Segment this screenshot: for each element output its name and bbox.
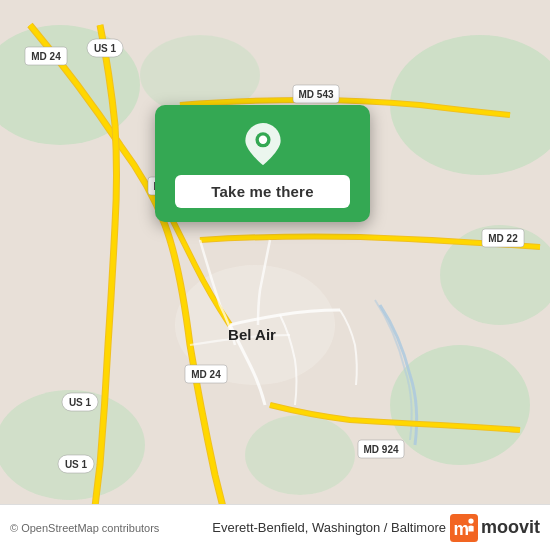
svg-point-32 bbox=[468, 518, 473, 523]
svg-text:MD 543: MD 543 bbox=[298, 89, 333, 100]
svg-text:Bel Air: Bel Air bbox=[228, 326, 276, 343]
bottom-right: Everett-Benfield, Washington / Baltimore… bbox=[212, 514, 540, 542]
moovit-text: moovit bbox=[481, 517, 540, 538]
svg-text:MD 924: MD 924 bbox=[363, 444, 398, 455]
svg-point-29 bbox=[258, 136, 266, 144]
moovit-icon: m bbox=[450, 514, 478, 542]
location-title: Everett-Benfield, Washington / Baltimore bbox=[212, 520, 446, 535]
bottom-bar: © OpenStreetMap contributors Everett-Ben… bbox=[0, 504, 550, 550]
svg-text:m: m bbox=[453, 519, 469, 539]
attribution: © OpenStreetMap contributors bbox=[10, 522, 159, 534]
svg-point-6 bbox=[245, 415, 355, 495]
map-container: MD 24 US 1 MD 543 MD 924 MD 22 MD 24 US … bbox=[0, 0, 550, 550]
svg-text:MD 24: MD 24 bbox=[191, 369, 221, 380]
svg-text:US 1: US 1 bbox=[69, 397, 92, 408]
map-svg: MD 24 US 1 MD 543 MD 924 MD 22 MD 24 US … bbox=[0, 0, 550, 550]
svg-text:US 1: US 1 bbox=[94, 43, 117, 54]
svg-text:US 1: US 1 bbox=[65, 459, 88, 470]
svg-text:MD 24: MD 24 bbox=[31, 51, 61, 62]
popup-card[interactable]: Take me there bbox=[155, 105, 370, 222]
region-name: Washington / Baltimore bbox=[312, 520, 446, 535]
city-name: Everett-Benfield bbox=[212, 520, 305, 535]
location-pin-icon bbox=[242, 123, 284, 165]
svg-text:MD 22: MD 22 bbox=[488, 233, 518, 244]
take-me-there-button[interactable]: Take me there bbox=[175, 175, 350, 208]
moovit-logo: m moovit bbox=[450, 514, 540, 542]
